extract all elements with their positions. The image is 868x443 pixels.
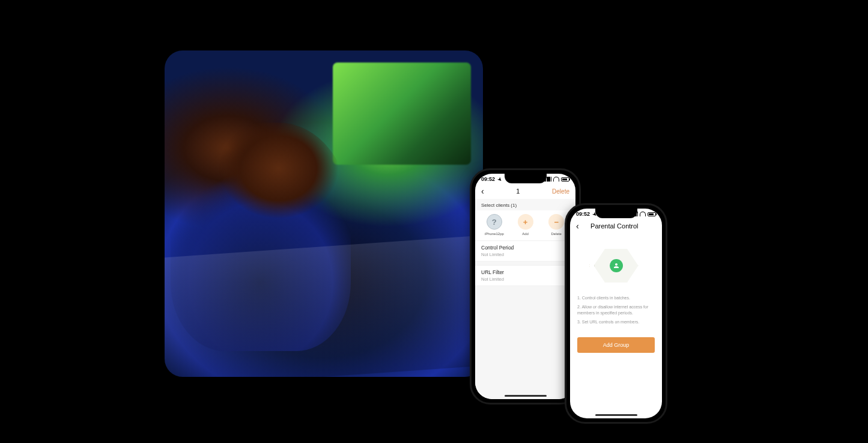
location-icon: ➤	[496, 176, 503, 183]
row-value: Not Limited	[481, 276, 569, 282]
phone-notch	[505, 174, 547, 183]
hero-monitor	[333, 63, 471, 165]
status-time: 09:52	[576, 211, 590, 217]
add-group-button[interactable]: Add Group	[577, 337, 655, 353]
navbar: ‹ 1 Delete	[475, 183, 575, 199]
tip-3: 3. Set URL controls on members.	[577, 319, 655, 325]
device-icon: ?	[487, 214, 502, 230]
wifi-icon	[553, 177, 559, 182]
battery-icon	[561, 177, 569, 182]
navbar-title: 1	[516, 188, 520, 195]
back-button[interactable]: ‹	[576, 222, 579, 230]
phone-notch	[595, 209, 637, 218]
row-title: URL Filter	[481, 269, 569, 275]
section-label-select-clients: Select clients (1)	[475, 199, 575, 210]
client-delete-label: Delete	[551, 232, 562, 236]
row-value: Not Limited	[481, 252, 569, 257]
plus-icon: +	[518, 214, 533, 230]
wifi-icon	[640, 212, 646, 216]
client-device[interactable]: ? iPhone12pp	[482, 214, 506, 236]
hero-desk	[165, 235, 483, 377]
tips-block: 1. Control clients in batches. 2. Allow …	[570, 295, 662, 329]
delete-link[interactable]: Delete	[552, 188, 569, 195]
parental-control-graphic	[589, 242, 643, 289]
row-control-period[interactable]: Control Period Not Limited	[475, 240, 575, 261]
phone-parental-control: 09:52 ➤ ‹ Parental Control 1. Cont	[565, 203, 667, 424]
hero-lifestyle-image	[165, 50, 483, 377]
navbar: ‹ Parental Control	[570, 218, 662, 234]
tip-2: 2. Allow or disallow internet access for…	[577, 304, 655, 316]
back-button[interactable]: ‹	[481, 187, 484, 195]
status-time: 09:52	[481, 176, 495, 182]
client-add-label: Add	[522, 232, 529, 236]
client-device-label: iPhone12pp	[485, 232, 504, 236]
row-url-filter[interactable]: URL Filter Not Limited	[475, 265, 575, 286]
home-indicator	[595, 414, 637, 416]
home-indicator	[505, 395, 547, 397]
row-title: Control Period	[481, 245, 569, 251]
navbar-title: Parental Control	[590, 222, 639, 230]
client-add-button[interactable]: + Add	[514, 214, 538, 236]
user-group-icon	[610, 259, 623, 272]
battery-icon	[648, 212, 656, 216]
minus-icon: −	[548, 214, 564, 230]
clients-row: ? iPhone12pp + Add − Delete	[475, 210, 575, 240]
tip-1: 1. Control clients in batches.	[577, 295, 655, 301]
